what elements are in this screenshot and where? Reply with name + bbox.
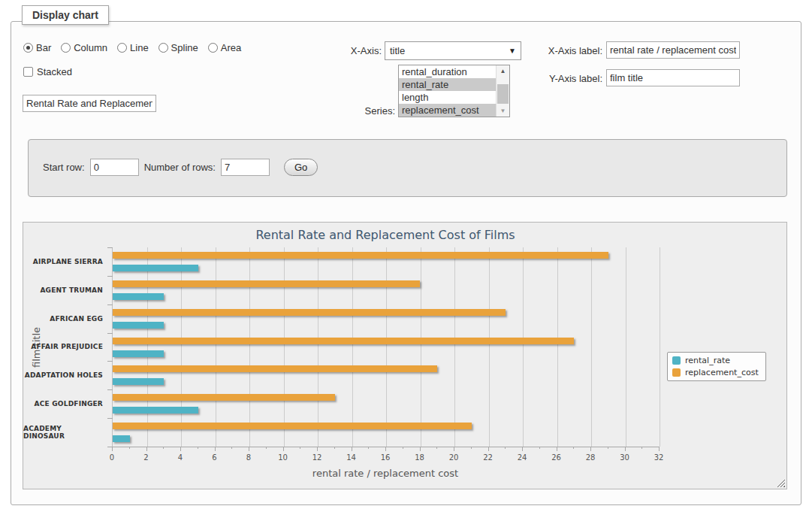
y-axis-tick [107,389,113,390]
y-axis-tick [107,361,113,362]
series-option-length[interactable]: length [399,91,496,104]
chart-title: Rental Rate and Replacement Cost of Film… [112,228,659,242]
category-band [113,333,660,362]
row-range-controls: Start row: Number of rows: Go [43,159,318,176]
series-listbox: rental_durationrental_ratelengthreplacem… [398,65,510,117]
x-axis-label-caption: X-Axis label: [542,45,602,56]
x-axis-tick [180,447,181,451]
y-axis-label-caption: Y-Axis label: [542,73,602,84]
radio-circle[interactable] [158,43,168,53]
resize-handle-icon[interactable] [777,479,785,487]
bar-replacement_cost [113,394,335,401]
y-axis-tick [107,304,113,305]
x-axis-tick [539,447,540,449]
series-option-replacement_cost[interactable]: replacement_cost [399,104,496,117]
y-axis-label-input[interactable] [606,69,740,86]
radio-option-column[interactable]: Column [61,42,107,53]
stacked-checkbox[interactable] [23,67,33,77]
x-axis-tick [352,447,352,451]
category-label: ADAPTATION HOLES [23,361,107,389]
x-axis-tick [420,447,421,451]
category-label: ACE GOLDFINGER [23,389,107,418]
dropdown-arrow-icon: ▼ [509,47,516,55]
x-axis-tick [146,447,147,451]
scroll-up-icon[interactable]: ▲ [497,65,509,77]
bar-rental_rate [113,378,164,385]
category-band [113,389,660,418]
scroll-down-icon[interactable]: ▼ [497,105,509,117]
fieldset-legend-title: Display chart [22,5,109,25]
chart-type-radios: BarColumnLineSplineArea [23,42,241,53]
legend-swatch [672,368,681,377]
num-rows-input[interactable] [221,159,270,176]
legend-label: rental_rate [685,356,730,365]
radio-option-spline[interactable]: Spline [158,42,198,53]
x-axis-tick [198,447,198,449]
x-axis-tick [557,447,557,451]
x-axis-tick [471,447,472,449]
bar-replacement_cost [113,252,608,259]
radio-circle[interactable] [117,43,127,53]
radio-label: Bar [36,42,51,53]
category-band [113,247,660,276]
chart-legend: rental_ratereplacement_cost [667,352,766,381]
radio-label: Spline [171,42,198,53]
x-tick-label: 32 [654,453,664,462]
x-tick-label: 12 [312,453,322,462]
y-axis-tick [107,247,113,248]
x-axis-tick [659,447,660,451]
radio-label: Line [130,42,149,53]
x-axis-tick [368,447,369,449]
category-band [113,361,660,389]
x-axis-label-input[interactable] [606,41,740,59]
x-axis-tick [215,447,216,451]
category-axis-labels: AIRPLANE SIERRAAGENT TRUMANAFRICAN EGGAF… [23,247,107,447]
x-axis-select-label: X-Axis: [319,45,382,56]
y-axis-tick [107,276,113,277]
x-axis-tick [505,447,506,449]
radio-option-area[interactable]: Area [208,42,241,53]
scrollbar-track[interactable] [497,77,509,105]
radio-option-line[interactable]: Line [117,42,149,53]
category-label: AIRPLANE SIERRA [23,247,107,276]
chart-title-input[interactable] [23,95,156,112]
x-axis-tick [522,447,523,451]
radio-option-bar[interactable]: Bar [23,42,51,53]
category-label: AFFAIR PREJUDICE [23,333,107,362]
legend-item-rental_rate[interactable]: rental_rate [672,356,759,365]
x-axis-tick [608,447,608,449]
category-label: AFRICAN EGG [23,304,107,333]
x-axis-select-value: title [390,45,509,56]
radio-circle[interactable] [61,43,71,53]
radio-circle[interactable] [23,43,33,53]
radio-circle[interactable] [208,43,218,53]
page: Display chart BarColumnLineSplineArea St… [0,0,812,512]
x-tick-label: 6 [212,453,216,462]
x-tick-label: 22 [483,453,493,462]
x-tick-label: 24 [518,453,527,462]
x-tick-label: 4 [178,453,183,462]
legend-swatch [672,356,681,365]
chart-container: Rental Rate and Replacement Cost of Film… [23,222,787,489]
listbox-scrollbar: ▲ ▼ [496,65,509,117]
series-options: rental_durationrental_ratelengthreplacem… [399,65,496,117]
y-axis-tick [107,333,113,334]
series-option-rental_rate[interactable]: rental_rate [399,78,496,91]
stacked-label: Stacked [37,66,72,77]
bar-rental_rate [113,293,164,300]
x-axis-tick [385,447,386,451]
series-select-label: Series: [335,105,395,117]
x-axis-select[interactable]: title ▼ [385,41,521,60]
go-button[interactable]: Go [284,159,318,176]
x-axis-tick [163,447,164,449]
x-tick-label: 16 [381,453,391,462]
scrollbar-thumb[interactable] [497,84,509,104]
start-row-input[interactable] [90,159,139,176]
x-axis-tick [590,447,591,451]
series-option-rental_duration[interactable]: rental_duration [399,65,496,78]
bar-rental_rate [113,265,198,271]
legend-item-replacement_cost[interactable]: replacement_cost [672,368,759,377]
radio-label: Area [221,42,241,53]
bar-rental_rate [113,407,198,414]
category-label: ACADEMY DINOSAUR [23,418,107,447]
